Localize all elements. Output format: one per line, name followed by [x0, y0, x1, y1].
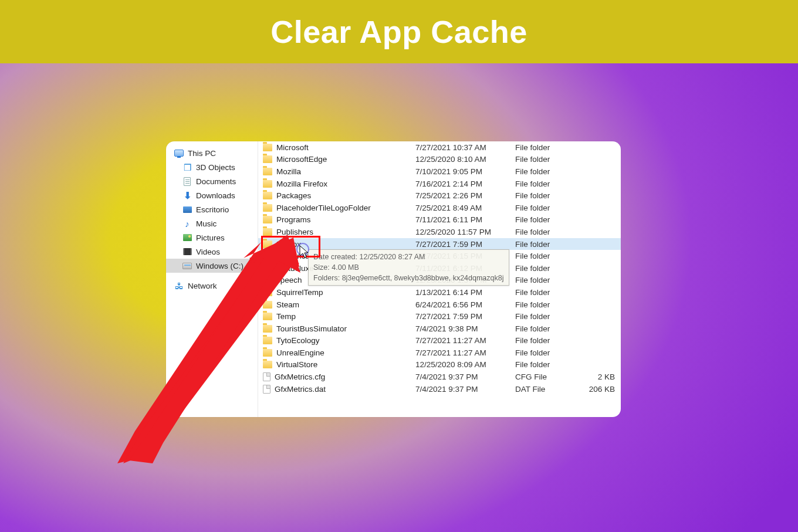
- sidebar-item-documents[interactable]: Documents: [166, 174, 258, 188]
- file-row[interactable]: Mozilla7/10/2021 9:05 PMFile folder: [258, 165, 621, 178]
- file-row[interactable]: GfxMetrics.cfg7/4/2021 9:37 PMCFG File2 …: [258, 371, 621, 383]
- cell-type: File folder: [515, 264, 586, 273]
- cell-type: File folder: [515, 276, 586, 284]
- file-row[interactable]: Publishers12/25/2020 11:57 PMFile folder: [258, 226, 621, 238]
- tooltip-line: Size: 4.00 MB: [313, 262, 504, 273]
- banner-title: Clear App Cache: [270, 13, 528, 50]
- cell-date: 7/27/2021 11:27 AM: [415, 348, 515, 357]
- cell-type: File folder: [515, 288, 586, 297]
- cell-type: File folder: [515, 348, 586, 357]
- folder-icon: [263, 313, 272, 320]
- folder-icon: [263, 325, 272, 333]
- cell-type: File folder: [515, 155, 586, 164]
- tooltip-line: Date created: 12/25/2020 8:27 AM: [313, 252, 504, 262]
- sidebar-item-label: Escritorio: [196, 205, 229, 214]
- folder-icon: [263, 337, 272, 344]
- cell-name: Steam: [263, 300, 415, 309]
- file-row[interactable]: PlaceholderTileLogoFolder7/25/2021 8:49 …: [258, 202, 621, 214]
- pc-icon: [174, 148, 184, 158]
- file-icon: [263, 385, 270, 394]
- sidebar-item-pictures[interactable]: Pictures: [166, 231, 258, 245]
- network-icon: 🖧: [174, 281, 184, 290]
- file-row[interactable]: Programs7/11/2021 6:11 PMFile folder: [258, 214, 621, 226]
- cell-type: DAT File: [515, 385, 586, 394]
- cell-name: MicrosoftEdge: [263, 155, 415, 164]
- banner: Clear App Cache: [0, 0, 798, 63]
- cell-date: 7/11/2021 6:11 PM: [415, 215, 515, 224]
- file-row[interactable]: TouristBusSimulator7/4/2021 9:38 PMFile …: [258, 323, 621, 335]
- cell-date: 7/27/2021 11:27 AM: [415, 336, 515, 345]
- folder-icon: [263, 204, 272, 212]
- folder-icon: [263, 144, 272, 151]
- cell-date: 12/25/2020 8:10 AM: [415, 155, 515, 164]
- cell-name: TytoEcology: [263, 336, 415, 345]
- folder-icon: [263, 265, 272, 272]
- cell-type: CFG File: [515, 372, 586, 381]
- desktop-icon: [182, 205, 192, 214]
- drive-icon: [182, 261, 192, 270]
- file-row[interactable]: TytoEcology7/27/2021 11:27 AMFile folder: [258, 335, 621, 347]
- sidebar-item-downloads[interactable]: ⬇Downloads: [166, 188, 258, 202]
- sidebar-item-network[interactable]: 🖧 Network: [166, 279, 258, 293]
- file-row[interactable]: GfxMetrics.dat7/4/2021 9:37 PMDAT File20…: [258, 383, 621, 395]
- file-row[interactable]: Mozilla Firefox7/16/2021 2:14 PMFile fol…: [258, 178, 621, 190]
- cell-date: 7/16/2021 2:14 PM: [415, 179, 515, 188]
- folder-icon: [263, 216, 272, 223]
- cell-name: GfxMetrics.dat: [263, 385, 415, 394]
- cell-date: 7/27/2021 10:37 AM: [415, 143, 515, 152]
- folder-icon: [263, 252, 272, 260]
- file-row[interactable]: Roblox7/27/2021 7:59 PMFile folder: [258, 238, 621, 250]
- cell-name: TouristBusSimulator: [263, 324, 415, 333]
- sidebar-item-label: This PC: [188, 149, 216, 158]
- cell-type: File folder: [515, 167, 586, 176]
- sidebar-item-label: Videos: [196, 248, 220, 256]
- cell-date: 7/25/2021 2:26 PM: [415, 191, 515, 200]
- folder-icon: [263, 349, 272, 357]
- file-row[interactable]: Temp7/27/2021 7:59 PMFile folder: [258, 310, 621, 323]
- file-row[interactable]: MicrosoftEdge12/25/2020 8:10 AMFile fold…: [258, 154, 621, 166]
- file-row[interactable]: Steam6/24/2021 6:56 PMFile folder: [258, 299, 621, 311]
- cell-type: File folder: [515, 252, 586, 260]
- folder-icon: [263, 240, 272, 248]
- file-row[interactable]: Microsoft7/27/2021 10:37 AMFile folder: [258, 141, 621, 154]
- sidebar-item-escritorio[interactable]: Escritorio: [166, 202, 258, 216]
- sidebar-spacer: [166, 273, 258, 279]
- sidebar-item-3d-objects[interactable]: ❒3D Objects: [166, 160, 258, 174]
- file-row[interactable]: UnrealEngine7/27/2021 11:27 AMFile folde…: [258, 347, 621, 359]
- cell-name: Mozilla: [263, 167, 415, 176]
- cell-type: File folder: [515, 324, 586, 333]
- sidebar-item-videos[interactable]: Videos: [166, 245, 258, 259]
- folder-icon: [263, 361, 272, 368]
- sidebar-item-label: Documents: [196, 177, 236, 186]
- sidebar-item-music[interactable]: ♪Music: [166, 216, 258, 231]
- cell-name: UnrealEngine: [263, 348, 415, 357]
- sidebar-item-label: 3D Objects: [196, 163, 235, 172]
- file-row[interactable]: Packages7/25/2021 2:26 PMFile folder: [258, 189, 621, 202]
- sidebar-item-this-pc[interactable]: This PC: [166, 146, 258, 160]
- cell-size: 206 KB: [586, 385, 620, 394]
- cell-type: File folder: [515, 360, 586, 369]
- cell-date: 12/25/2020 8:09 AM: [415, 360, 515, 369]
- sidebar-item-label: Downloads: [196, 191, 235, 200]
- cube-icon: ❒: [182, 162, 192, 172]
- sidebar-item-windows-c-[interactable]: Windows (C:): [166, 259, 258, 273]
- videos-icon: [182, 247, 192, 256]
- cell-date: 7/4/2021 9:38 PM: [415, 324, 515, 333]
- cell-type: File folder: [515, 240, 586, 249]
- file-row[interactable]: VirtualStore12/25/2020 8:09 AMFile folde…: [258, 359, 621, 371]
- file-icon: [263, 372, 270, 381]
- cell-name: Publishers: [263, 228, 415, 236]
- sidebar: This PC ❒3D ObjectsDocuments⬇DownloadsEs…: [166, 141, 258, 417]
- pictures-icon: [182, 233, 192, 242]
- cell-date: 6/24/2021 6:56 PM: [415, 300, 515, 309]
- cell-type: File folder: [515, 143, 586, 152]
- music-icon: ♪: [182, 219, 192, 228]
- folder-icon: [263, 228, 272, 236]
- cell-date: 7/10/2021 9:05 PM: [415, 167, 515, 176]
- cell-name: Mozilla Firefox: [263, 179, 415, 188]
- file-row[interactable]: SquirrelTemp1/13/2021 6:14 PMFile folder: [258, 286, 621, 299]
- folder-icon: [263, 301, 272, 309]
- sidebar-item-label: Music: [196, 219, 217, 228]
- cell-date: 7/25/2021 8:49 AM: [415, 204, 515, 212]
- sidebar-item-label: Network: [188, 282, 217, 290]
